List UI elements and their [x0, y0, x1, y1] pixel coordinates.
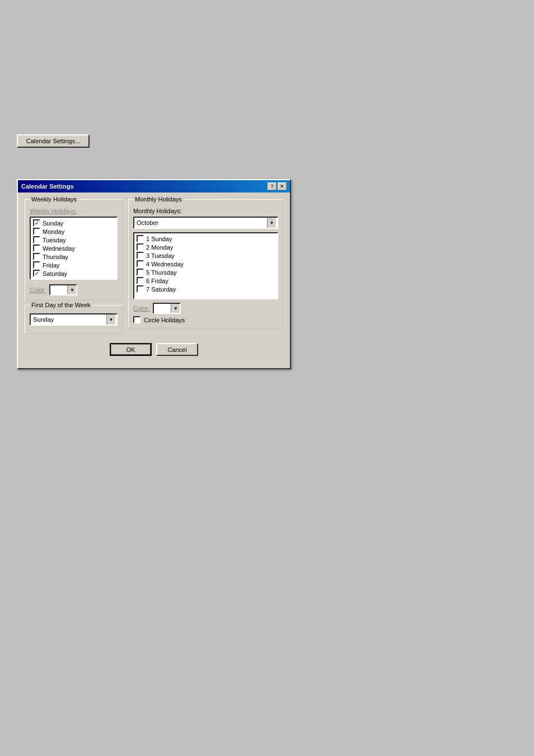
day7-checkbox[interactable]: [137, 285, 144, 293]
monthly-color-arrow: ▼: [171, 304, 180, 313]
first-day-group-label: First Day of the Week: [30, 302, 92, 308]
monthly-holidays-label: Monthly Holidays:: [133, 208, 278, 214]
first-day-select[interactable]: Sunday ▼: [30, 313, 118, 326]
ok-button[interactable]: OK: [110, 343, 152, 356]
day5-label: 5 Thursday: [146, 269, 177, 276]
day4-checkbox[interactable]: [137, 260, 144, 267]
calendar-settings-dialog: Calendar Settings ? ✕ Weekly Holidays We…: [17, 179, 291, 369]
monthly-holidays-group: Monthly Holidays Monthly Holidays: Octob…: [128, 199, 283, 328]
wednesday-item: Wednesday: [32, 244, 115, 252]
day2-checkbox[interactable]: [137, 243, 144, 251]
sunday-checkbox[interactable]: [33, 219, 40, 227]
thursday-label: Thursday: [43, 253, 68, 260]
friday-label: Friday: [43, 262, 60, 269]
weekly-holidays-group-label: Weekly Holidays: [30, 196, 78, 203]
day2-item: 2 Monday: [135, 243, 276, 251]
weekly-color-arrow: ▼: [67, 285, 76, 294]
help-button[interactable]: ?: [268, 182, 277, 190]
day1-label: 1 Sunday: [146, 236, 172, 242]
day1-checkbox[interactable]: [137, 235, 144, 242]
friday-checkbox[interactable]: [33, 261, 40, 269]
sunday-label: Sunday: [43, 220, 63, 227]
month-arrow: ▼: [267, 218, 276, 228]
circle-holidays-row: Circle Holidays: [133, 316, 278, 323]
friday-item: Friday: [32, 261, 115, 269]
saturday-checkbox[interactable]: [33, 270, 40, 277]
tuesday-item: Tuesday: [32, 236, 115, 244]
saturday-label: Saturday: [43, 270, 67, 277]
weekly-color-label: Color:: [30, 287, 46, 293]
day6-item: 6 Friday: [135, 276, 276, 285]
dialog-title: Calendar Settings: [21, 183, 74, 190]
day7-label: 7 Saturday: [146, 286, 176, 293]
day3-item: 3 Tuesday: [135, 251, 276, 260]
first-day-arrow: ▼: [106, 314, 115, 325]
monthly-days-list: 1 Sunday 2 Monday 3 Tuesday: [133, 232, 278, 299]
first-day-value: Sunday: [32, 316, 106, 323]
monthly-holidays-group-label: Monthly Holidays: [133, 196, 184, 203]
day4-item: 4 Wednesday: [135, 260, 276, 268]
first-day-group: First Day of the Week Sunday ▼: [25, 305, 123, 334]
dialog-body: Weekly Holidays Weekly Holidays: Sunday …: [18, 192, 290, 368]
day5-item: 5 Thursday: [135, 268, 276, 276]
circle-holidays-label: Circle Holidays: [144, 317, 185, 323]
wednesday-checkbox[interactable]: [33, 245, 40, 252]
left-column: Weekly Holidays Weekly Holidays: Sunday …: [25, 199, 123, 339]
monday-item: Monday: [32, 227, 115, 236]
close-button[interactable]: ✕: [278, 182, 287, 190]
monthly-color-row: Color: ▼: [133, 303, 278, 314]
day2-label: 2 Monday: [146, 244, 173, 251]
tuesday-label: Tuesday: [43, 237, 66, 243]
day3-label: 3 Tuesday: [146, 252, 175, 259]
tuesday-checkbox[interactable]: [33, 236, 40, 243]
circle-holidays-checkbox[interactable]: [133, 316, 140, 323]
dialog-content: Weekly Holidays Weekly Holidays: Sunday …: [25, 199, 283, 339]
monthly-color-label: Color:: [133, 305, 149, 312]
cancel-button[interactable]: Cancel: [156, 343, 198, 356]
day3-checkbox[interactable]: [137, 252, 144, 259]
day4-label: 4 Wednesday: [146, 261, 184, 267]
day5-checkbox[interactable]: [137, 269, 144, 276]
weekly-color-select[interactable]: ▼: [49, 284, 77, 295]
right-column: Monthly Holidays Monthly Holidays: Octob…: [128, 199, 283, 339]
month-select[interactable]: October ▼: [133, 217, 278, 229]
calendar-settings-button[interactable]: Calendar Settings...: [17, 134, 90, 148]
day6-label: 6 Friday: [146, 278, 168, 284]
day1-item: 1 Sunday: [135, 234, 276, 243]
day7-item: 7 Saturday: [135, 285, 276, 293]
monthly-days-scroll[interactable]: 1 Sunday 2 Monday 3 Tuesday: [134, 233, 277, 298]
dialog-titlebar: Calendar Settings ? ✕: [18, 180, 290, 192]
weekly-holidays-label: Weekly Holidays:: [30, 208, 118, 214]
monday-label: Monday: [43, 228, 64, 235]
dialog-buttons: OK Cancel: [25, 339, 283, 361]
monday-checkbox[interactable]: [33, 228, 40, 235]
weekly-color-row: Color: ▼: [30, 284, 118, 295]
sunday-item: Sunday: [32, 219, 115, 227]
month-value: October: [135, 219, 267, 226]
wednesday-label: Wednesday: [43, 245, 75, 252]
weekly-days-list: Sunday Monday Tuesday Wednesday: [30, 217, 118, 280]
day6-checkbox[interactable]: [137, 277, 144, 284]
monthly-color-select[interactable]: ▼: [153, 303, 181, 314]
thursday-checkbox[interactable]: [33, 253, 40, 260]
thursday-item: Thursday: [32, 252, 115, 261]
weekly-holidays-group: Weekly Holidays Weekly Holidays: Sunday …: [25, 199, 123, 300]
dialog-controls: ? ✕: [268, 182, 287, 190]
saturday-item: Saturday: [32, 269, 115, 278]
